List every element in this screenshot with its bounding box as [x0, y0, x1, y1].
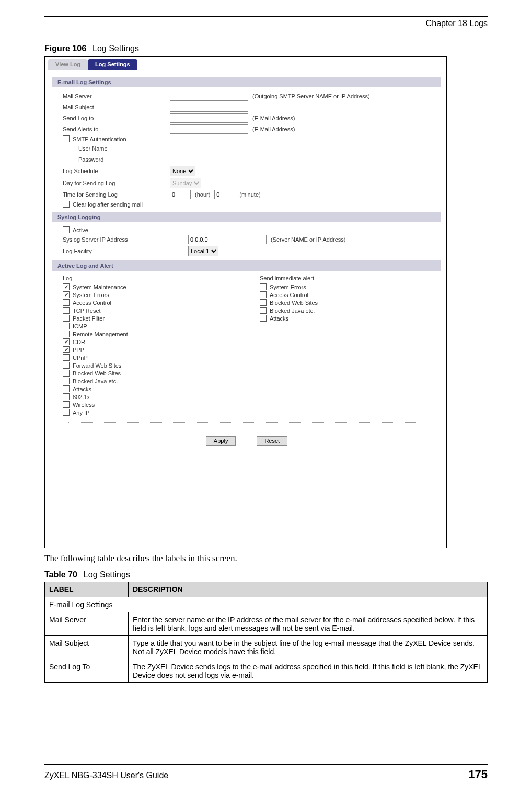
clear-log-checkbox[interactable]	[63, 201, 70, 208]
tab-log-settings[interactable]: Log Settings	[88, 59, 137, 70]
log-item-checkbox[interactable]	[63, 338, 70, 345]
alert-item-label: Blocked Java etc.	[270, 308, 315, 314]
log-item-checkbox[interactable]	[63, 362, 70, 369]
mail-subject-label: Mail Subject	[63, 104, 170, 110]
figure-caption: Figure 106Log Settings	[44, 44, 488, 53]
alert-item-checkbox[interactable]	[260, 299, 267, 306]
alert-item-checkbox[interactable]	[260, 291, 267, 298]
username-label: User Name	[63, 145, 170, 152]
time-label: Time for Sending Log	[63, 191, 170, 198]
send-log-to-input[interactable]	[170, 113, 248, 123]
log-item-label: ICMP	[73, 323, 87, 329]
log-item-label: Access Control	[73, 300, 111, 306]
body-text: The following table describes the labels…	[44, 553, 488, 564]
alert-item-label: Access Control	[270, 292, 308, 298]
time-hour-input[interactable]	[170, 190, 191, 199]
log-item-checkbox[interactable]	[63, 331, 70, 337]
table-row: Send Log ToThe ZyXEL Device sends logs t…	[45, 659, 488, 683]
log-item-checkbox[interactable]	[63, 401, 70, 408]
syslog-server-input[interactable]	[188, 235, 267, 244]
log-item-checkbox[interactable]	[63, 299, 70, 306]
send-alerts-to-label: Send Alerts to	[63, 126, 170, 132]
time-minute-input[interactable]	[214, 190, 235, 199]
log-item: Any IP	[63, 409, 244, 416]
log-column: Log System MaintenanceSystem ErrorsAcces…	[63, 275, 244, 417]
syslog-server-hint: (Server NAME or IP Address)	[271, 236, 345, 243]
log-item-label: System Errors	[73, 292, 109, 298]
log-item: System Errors	[63, 291, 244, 298]
password-input[interactable]	[170, 155, 248, 164]
alert-header: Send immediate alert	[260, 275, 441, 281]
alert-item-label: Blocked Web Sites	[270, 300, 318, 306]
section-active: Active Log and Alert	[52, 260, 441, 271]
log-item-checkbox[interactable]	[63, 307, 70, 314]
apply-button[interactable]: Apply	[206, 436, 236, 446]
page-number: 175	[468, 768, 488, 781]
table-cell-label: Mail Subject	[45, 636, 129, 659]
log-item: Remote Management	[63, 331, 244, 337]
reset-button[interactable]: Reset	[257, 436, 287, 446]
log-item: 802.1x	[63, 393, 244, 400]
alert-item: Blocked Web Sites	[260, 299, 441, 306]
log-item: CDR	[63, 338, 244, 345]
log-item: Wireless	[63, 401, 244, 408]
send-log-to-hint: (E-Mail Address)	[252, 115, 295, 121]
section-syslog: Syslog Logging	[52, 212, 441, 222]
send-alerts-to-hint: (E-Mail Address)	[252, 126, 295, 132]
mail-server-label: Mail Server	[63, 93, 170, 99]
log-item-checkbox[interactable]	[63, 315, 70, 322]
log-schedule-label: Log Schedule	[63, 168, 170, 174]
time-minute-suffix: (minute)	[239, 191, 260, 198]
log-item: System Maintenance	[63, 283, 244, 290]
send-log-to-label: Send Log to	[63, 115, 170, 121]
alert-item-checkbox[interactable]	[260, 307, 267, 314]
alert-item: Attacks	[260, 315, 441, 322]
log-item: Attacks	[63, 385, 244, 392]
alert-item: Blocked Java etc.	[260, 307, 441, 314]
log-settings-screenshot: View Log Log Settings E-mail Log Setting…	[44, 56, 447, 548]
table-title: Log Settings	[84, 570, 130, 579]
log-item-checkbox[interactable]	[63, 370, 70, 377]
figure-label: Figure 106	[44, 44, 86, 53]
log-item-label: 802.1x	[73, 394, 90, 400]
log-item: Blocked Java etc.	[63, 378, 244, 384]
log-item-checkbox[interactable]	[63, 283, 70, 290]
smtp-auth-checkbox[interactable]	[63, 135, 70, 142]
table-label: Table 70	[44, 570, 77, 579]
send-alerts-to-input[interactable]	[170, 124, 248, 134]
log-item: Forward Web Sites	[63, 362, 244, 369]
alert-column: Send immediate alert System ErrorsAccess…	[260, 275, 441, 417]
syslog-active-checkbox[interactable]	[63, 226, 70, 233]
table-header-label: LABEL	[45, 582, 129, 597]
section-email: E-mail Log Settings	[52, 77, 441, 87]
syslog-active-label: Active	[73, 227, 88, 233]
table-cell-label: Send Log To	[45, 659, 129, 683]
log-item-checkbox[interactable]	[63, 378, 70, 384]
log-item-checkbox[interactable]	[63, 393, 70, 400]
day-select[interactable]: Sunday	[170, 178, 201, 188]
table-cell-span: E-mail Log Settings	[45, 597, 488, 612]
username-input[interactable]	[170, 144, 248, 153]
mail-server-input[interactable]	[170, 92, 248, 101]
syslog-facility-select[interactable]: Local 1	[188, 246, 218, 256]
log-item-checkbox[interactable]	[63, 354, 70, 361]
day-label: Day for Sending Log	[63, 180, 170, 186]
log-header: Log	[63, 275, 244, 281]
table-row: Mail ServerEnter the server name or the …	[45, 612, 488, 636]
alert-item-checkbox[interactable]	[260, 315, 267, 322]
footer-guide: ZyXEL NBG-334SH User's Guide	[44, 771, 168, 780]
mail-subject-input[interactable]	[170, 103, 248, 112]
log-item-checkbox[interactable]	[63, 409, 70, 416]
log-item-label: System Maintenance	[73, 284, 126, 290]
log-item-label: UPnP	[73, 355, 88, 361]
syslog-server-label: Syslog Server IP Address	[63, 236, 188, 243]
log-item-checkbox[interactable]	[63, 385, 70, 392]
log-item-checkbox[interactable]	[63, 323, 70, 329]
clear-log-label: Clear log after sending mail	[73, 201, 143, 208]
table-cell-desc: Type a title that you want to be in the …	[129, 636, 488, 659]
alert-item-checkbox[interactable]	[260, 283, 267, 290]
log-item-checkbox[interactable]	[63, 291, 70, 298]
log-item-checkbox[interactable]	[63, 346, 70, 353]
log-schedule-select[interactable]: None	[170, 166, 195, 176]
tab-view-log[interactable]: View Log	[48, 59, 88, 70]
